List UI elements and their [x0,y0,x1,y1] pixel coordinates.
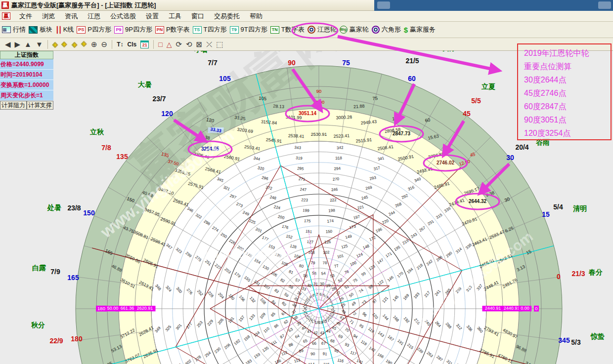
badge-P9-icon: P9 [114,26,123,34]
svg-text:23/7: 23/7 [152,95,166,103]
diamond-left-icon[interactable]: ◈ [52,39,58,50]
badge-PN-icon: PN [155,26,164,34]
toolbar-label: 赢家轮 [350,25,369,34]
svg-text:115: 115 [323,362,330,364]
toolbar-button-P数字表[interactable]: PNP数字表 [155,25,190,34]
svg-text:30: 30 [506,154,514,162]
toolbar-button-9P四方形[interactable]: P99P四方形 [114,25,152,34]
svg-text:31: 31 [313,282,318,286]
svg-text:2538.41: 2538.41 [288,133,305,139]
toolbar-label: 行情 [13,25,26,34]
svg-text:白露: 白露 [32,264,46,272]
svg-text:50.00: 50.00 [107,306,119,311]
svg-text:立夏: 立夏 [481,82,495,90]
up-arrow-icon[interactable]: ▲ [24,39,32,50]
svg-text:294: 294 [334,166,341,171]
annotation-line: 重要点位测算 [524,60,611,73]
toolbar-button-P四方形[interactable]: PSP四方形 [77,25,111,34]
svg-text:5/4: 5/4 [553,203,563,211]
app-window: { "window": { "title": "赢家江恩专业版[赢家服务平台] … [0,0,613,364]
svg-text:7/9: 7/9 [50,268,60,276]
svg-text:25.00: 25.00 [313,100,325,105]
toolbar-button-K线[interactable]: ┃┃K线 [55,25,74,34]
svg-text:114: 114 [308,362,315,364]
svg-text:2847.73: 2847.73 [393,131,411,136]
toolbar-button-板块[interactable]: 板块 [29,25,52,34]
hexagon-icon [372,26,380,34]
toolbar-button-赢家轮[interactable]: Big赢家轮 [340,25,369,34]
svg-text:45: 45 [463,110,471,118]
annotation-line: 90度3051点 [524,113,611,126]
diamond-down-icon[interactable]: ◈ [81,39,87,50]
triangle-tool-icon[interactable]: △ [167,39,172,50]
diamond-up-icon[interactable]: ◈ [72,39,78,50]
zoom-out-icon[interactable]: ⊖ [101,39,108,50]
back-icon[interactable]: ◀ [5,39,11,50]
zoom-in-icon[interactable]: ⊕ [91,39,97,50]
svg-text:小满: 小满 [440,51,454,52]
svg-text:60: 60 [425,117,431,123]
svg-text:QQ:400800360: QQ:400800360 [198,246,290,261]
menu-item-窗口[interactable]: 窗口 [186,11,209,21]
menu-item-江恩[interactable]: 江恩 [83,11,105,21]
toolbar-button-六角形[interactable]: 六角形 [372,25,401,34]
svg-text:0: 0 [557,273,561,281]
main-toolbar: ▦行情板块┃┃K线PSP四方形P99P四方形PNP数字表TST四方形T99T四方… [0,22,613,38]
toolbar-button-9T四方形[interactable]: T99T四方形 [230,25,267,34]
annotation-line: 120度3254点 [524,126,611,140]
svg-text:43: 43 [320,330,325,335]
forward-icon[interactable]: ▶ [15,39,21,50]
toolbar-button-T数字表[interactable]: TNT数字表 [270,25,305,34]
svg-text:54: 54 [321,271,326,276]
svg-text:342: 342 [337,145,344,150]
toolbar-button-T四方形[interactable]: TST四方形 [193,25,227,34]
annotation-line: 30度2644点 [524,73,611,86]
desktop-background-strip [374,0,613,11]
toolbar-separator [153,40,154,49]
calc-resistance-button[interactable]: 计算阻力 [0,101,27,110]
blocks-icon [29,26,38,34]
svg-text:21/5: 21/5 [405,57,419,65]
square-tool-icon[interactable]: □ [158,39,162,50]
shrink-icon[interactable]: ⤫ [206,39,212,50]
svg-text:150: 150 [83,209,95,217]
svg-text:23/8: 23/8 [67,204,81,212]
svg-text:105: 105 [219,75,231,82]
svg-text:319: 319 [296,156,303,161]
svg-text:150: 150 [325,229,333,234]
select-tool-icon[interactable]: ⬚ [216,39,223,50]
menu-item-设置[interactable]: 设置 [141,11,164,21]
menu-item-工具[interactable]: 工具 [164,11,186,21]
menu-item-资讯[interactable]: 资讯 [60,11,83,21]
coef-row: 变换系数=1.00000 [0,80,53,90]
rotate-cw-icon[interactable]: ⟳ [175,39,182,50]
badge-T9-icon: T9 [230,26,239,34]
updown-icon[interactable]: T↕ [117,39,123,50]
calc-support-button[interactable]: 计算支撑 [27,101,53,110]
menu-item-帮助[interactable]: 帮助 [245,11,267,21]
menu-item-公式选股[interactable]: 公式选股 [105,11,141,21]
toolbar-button-行情[interactable]: ▦行情 [2,25,26,34]
winner-wheel-icon: Big [340,26,348,34]
menu-item-交易委托[interactable]: 交易委托 [209,11,245,21]
toolbar-label: 赢家服务 [410,25,436,34]
svg-text:90: 90 [316,88,322,94]
svg-text:318: 318 [335,156,343,161]
calendar-icon[interactable]: 21 [140,40,149,48]
menu-item-浏览[interactable]: 浏览 [37,11,60,21]
svg-text:120: 120 [161,110,173,118]
toolbar-button-江恩轮[interactable]: 江恩轮 [307,25,337,34]
toolbar-button-赢家服务[interactable]: $赢家服务 [404,25,436,34]
down-arrow-icon[interactable]: ▼ [36,39,43,50]
menu-item-文件[interactable]: 文件 [14,11,37,21]
xbox-icon[interactable]: ⊠ [196,39,203,50]
rotate-ccw-icon[interactable]: ⟲ [186,39,192,50]
svg-text:90: 90 [310,352,315,357]
diamond-right-icon[interactable]: ◈ [59,41,70,47]
annotation-box: 2019年江恩轮中轮重要点位测算30度2644点45度2746点60度2847点… [517,43,612,140]
cls-button[interactable]: Cls [128,39,137,50]
annotation-line: 45度2746点 [524,86,611,100]
service-icon: $ [404,26,408,34]
toolbar-label: P数字表 [166,25,190,34]
svg-text:5/5: 5/5 [471,97,481,105]
